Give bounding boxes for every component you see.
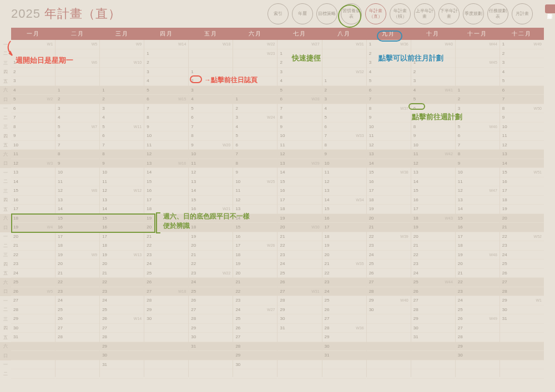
day-cell[interactable]: W10 (100, 58, 144, 68)
week-label[interactable]: W42 (445, 152, 452, 156)
day-cell[interactable]: 2 (11, 68, 55, 77)
day-cell[interactable]: 21 (56, 269, 99, 278)
day-cell[interactable]: 28 (189, 314, 233, 324)
day-cell[interactable]: 20 (56, 259, 99, 269)
month-header[interactable]: 十二月 (500, 28, 544, 40)
day-cell[interactable] (278, 342, 321, 352)
day-cell[interactable]: 31 (500, 314, 544, 324)
day-cell[interactable]: 14 (11, 177, 55, 187)
day-cell[interactable]: 3 (322, 95, 366, 104)
day-cell[interactable]: 19W48 (456, 251, 500, 260)
day-cell[interactable]: 8 (233, 159, 277, 169)
day-cell[interactable]: 21 (500, 223, 544, 232)
day-cell[interactable]: 22 (144, 241, 188, 251)
day-cell[interactable]: 8 (278, 113, 321, 123)
month-header[interactable]: 四月 (144, 28, 189, 40)
day-cell[interactable] (233, 369, 277, 379)
day-cell[interactable]: 19W9 (56, 251, 99, 260)
day-cell[interactable]: 18 (500, 196, 544, 205)
day-cell[interactable]: 14 (189, 186, 233, 196)
day-cell[interactable]: 10 (189, 150, 233, 159)
day-cell[interactable]: 15 (11, 186, 55, 196)
day-cell[interactable]: 15 (278, 177, 321, 187)
day-cell[interactable]: 24 (367, 251, 411, 260)
day-cell[interactable] (100, 369, 144, 379)
day-cell[interactable]: 12 (278, 150, 321, 159)
day-cell[interactable]: 11W42 (411, 150, 455, 159)
day-cell[interactable]: 3 (11, 77, 55, 86)
day-cell[interactable]: W5 (56, 40, 99, 49)
day-cell[interactable]: 20 (189, 241, 233, 251)
day-cell[interactable]: 20W17 (144, 223, 188, 232)
day-cell[interactable] (456, 77, 500, 86)
day-cell[interactable]: 13W16 (144, 159, 188, 169)
day-cell[interactable]: 22 (322, 269, 366, 278)
day-cell[interactable]: 5 (367, 77, 411, 86)
day-cell[interactable]: 18 (11, 214, 55, 223)
day-cell[interactable]: 11 (189, 159, 233, 169)
day-cell[interactable]: 23W22 (189, 269, 233, 278)
day-cell[interactable] (500, 351, 544, 360)
day-cell[interactable]: 1 (144, 49, 188, 59)
day-cell[interactable]: 30 (100, 351, 144, 360)
day-cell[interactable]: 11 (322, 168, 366, 177)
day-cell[interactable]: 5W11 (100, 123, 144, 132)
day-cell[interactable]: 21 (233, 278, 277, 287)
day-cell[interactable]: 17 (100, 232, 144, 242)
day-cell[interactable]: 21 (11, 241, 55, 251)
day-cell[interactable]: 19 (322, 241, 366, 251)
nav-btn-1[interactable]: 年曆 (292, 3, 313, 24)
day-cell[interactable]: 6 (100, 131, 144, 141)
day-cell[interactable]: 25 (100, 306, 144, 315)
day-cell[interactable]: 6 (456, 131, 500, 141)
day-cell[interactable]: 4 (100, 113, 144, 123)
day-cell[interactable]: 17 (11, 205, 55, 214)
day-cell[interactable]: 29 (233, 351, 277, 360)
day-cell[interactable]: 20W30 (278, 223, 321, 232)
day-cell[interactable]: 14 (367, 159, 411, 169)
day-cell[interactable]: 10 (500, 123, 544, 132)
day-cell[interactable]: 19 (144, 214, 188, 223)
day-cell[interactable]: 10 (367, 123, 411, 132)
week-label[interactable]: W51 (534, 170, 542, 174)
day-cell[interactable]: 17 (144, 196, 188, 205)
week-label[interactable]: W47 (489, 189, 497, 192)
day-cell[interactable]: 25 (56, 306, 99, 315)
day-cell[interactable] (456, 369, 500, 379)
day-cell[interactable]: 22W39 (367, 232, 411, 242)
day-cell[interactable]: 30 (144, 314, 188, 324)
day-cell[interactable]: 24 (456, 296, 500, 306)
day-cell[interactable]: 16 (322, 214, 366, 223)
day-cell[interactable]: 29W1 (500, 296, 544, 306)
day-cell[interactable]: 1 (322, 77, 366, 86)
day-cell[interactable]: W22 (233, 40, 277, 49)
day-cell[interactable]: 4 (144, 77, 188, 86)
day-cell[interactable]: 29 (189, 324, 233, 333)
day-cell[interactable]: 4 (456, 113, 500, 123)
week-label[interactable]: W5 (92, 42, 98, 46)
day-cell[interactable]: 14 (100, 205, 144, 214)
day-cell[interactable] (367, 369, 411, 379)
side-tab[interactable]: 年計畫 (545, 4, 555, 13)
day-cell[interactable] (233, 77, 277, 86)
nav-btn-3[interactable]: 習慣養成表 (341, 3, 362, 24)
day-cell[interactable]: 7 (367, 95, 411, 104)
day-cell[interactable]: 5W46 (456, 123, 500, 132)
week-label[interactable]: W2 (47, 97, 53, 101)
day-cell[interactable]: 18W43 (411, 214, 455, 223)
day-cell[interactable]: 17W26 (233, 241, 277, 251)
week-label[interactable]: W39 (400, 235, 408, 238)
day-cell[interactable]: 11 (100, 177, 144, 187)
week-label[interactable]: W15 (178, 97, 186, 101)
week-label[interactable]: W48 (489, 253, 497, 257)
day-cell[interactable]: 13 (11, 168, 55, 177)
week-label[interactable]: W49 (534, 42, 542, 46)
day-cell[interactable]: 15 (322, 205, 366, 214)
day-cell[interactable]: 14 (411, 177, 455, 187)
day-cell[interactable]: 16 (11, 196, 55, 205)
day-cell[interactable]: 9W20 (189, 141, 233, 150)
day-cell[interactable]: 4 (500, 68, 544, 77)
day-cell[interactable] (189, 351, 233, 360)
day-cell[interactable]: W44 (456, 40, 500, 49)
day-cell[interactable]: 3 (500, 58, 544, 68)
